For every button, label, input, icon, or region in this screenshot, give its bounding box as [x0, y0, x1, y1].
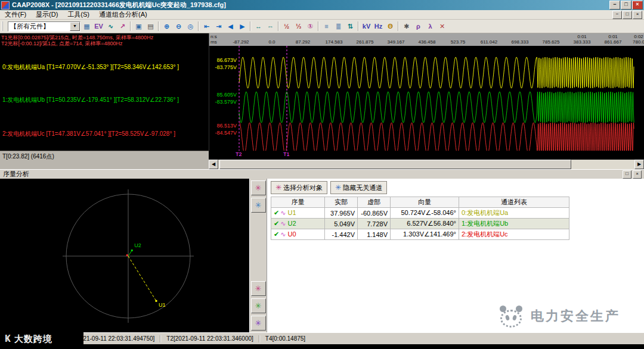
harmonic-analysis-icon[interactable]: ✳ — [251, 198, 266, 213]
sequence-cell[interactable]: ✔∿U1 — [271, 208, 325, 219]
ev-icon[interactable]: EV — [93, 21, 104, 32]
table-row[interactable]: ✔∿U137.965V-60.865V50.724V∠-58.046°0:发电机… — [271, 208, 569, 219]
sequence-table: 序量实部虚部向量通道列表 ✔∿U137.965V-60.865V50.724V∠… — [271, 197, 569, 240]
half-scale-icon[interactable]: ½ — [281, 21, 292, 32]
print-icon[interactable]: ▤ — [145, 21, 156, 32]
channel-label-ua[interactable]: 0:发电机机端Ua [T1=47.070V∠-51.353° ][T2=58.3… — [2, 63, 179, 71]
maximize-button[interactable]: □ — [621, 1, 631, 10]
dropdown-arrow-icon[interactable]: ▼ — [70, 22, 80, 31]
watermark-left-logo: Ҝ — [5, 334, 11, 344]
scrollbar-track[interactable] — [218, 160, 634, 169]
cursor-label-strip: T2T1 — [209, 151, 644, 160]
scroll-right-icon[interactable]: ▶ — [634, 160, 644, 169]
list-detail-icon[interactable]: ≣ — [333, 21, 344, 32]
hide-channels-icon: ✳ — [335, 183, 341, 192]
sine-icon: ∿ — [280, 230, 286, 238]
list-icon[interactable]: ≡ — [321, 21, 332, 32]
sort-icon[interactable]: ⇅ — [345, 21, 356, 32]
check-icon[interactable]: ✔ — [274, 230, 279, 238]
clock-icon[interactable]: Θ — [385, 21, 396, 32]
y-max-label: 86.513V — [216, 123, 237, 129]
dock-close-icon[interactable]: × — [633, 170, 642, 179]
copy-icon[interactable]: ▣ — [133, 21, 144, 32]
title-bar[interactable]: CAAP2008X - [20210911220331466发电机机端Uc突变起… — [0, 0, 644, 10]
channel-info-panel[interactable]: T1光标[0:00.02875]/第215点, 时差=148.750ms, 采样… — [0, 33, 209, 151]
sequence-panel-header[interactable]: 序量分析 □ × — [0, 169, 644, 179]
third-scale-icon[interactable]: ⅓ — [293, 21, 304, 32]
analysis-tool-2-icon[interactable]: ✳ — [251, 298, 266, 313]
channel-label-ub[interactable]: 1:发电机机端Ub [T1=50.235V∠-179.451° ][T2=58.… — [2, 96, 179, 104]
sequence-cell[interactable]: ✔∿U0 — [271, 229, 325, 240]
sine-icon: ∿ — [280, 209, 286, 216]
table-row[interactable]: ✔∿U25.049V7.728V6.527V∠56.840°1:发电机机端Ub — [271, 219, 569, 229]
cursor-label-t1[interactable]: T1 — [283, 151, 290, 157]
prev-page-icon[interactable]: ◀ — [225, 21, 236, 32]
toolbar-separator — [398, 21, 399, 31]
table-header-向量: 向量 — [391, 197, 459, 208]
y-min-label: -84.547V — [215, 130, 237, 136]
rho-icon[interactable]: ρ — [413, 21, 424, 32]
expand-time-icon[interactable]: ⇔ — [265, 21, 276, 32]
compress-time-icon[interactable]: ↔ — [253, 21, 264, 32]
kv-icon[interactable]: kV — [361, 21, 372, 32]
scroll-left-icon[interactable]: ◀ — [209, 160, 218, 169]
y-min-label: -83.775V — [215, 64, 237, 70]
zoom-fit-icon[interactable]: ◎ — [185, 21, 196, 32]
status-bar: ∿波形▤配置T1[2021-09-11 22:03:31.494750]T2[2… — [0, 332, 644, 344]
waveform-canvas[interactable]: 86.673V-83.775V85.605V-83.579V86.513V-84… — [209, 46, 644, 151]
cursor-label-t2[interactable]: T2 — [236, 151, 242, 157]
dock-pin-icon[interactable]: □ — [623, 170, 631, 179]
menu-item[interactable]: 通道组合分析(A) — [94, 10, 152, 19]
waveform-trace-2 — [239, 123, 634, 151]
time-axis[interactable]: n:s ms -87.2920.087.292174.583261.875349… — [209, 33, 644, 46]
settings-icon[interactable]: ✱ — [401, 21, 412, 32]
select-analysis-object-button[interactable]: ✳选择分析对象 — [271, 181, 327, 194]
toolbar-grip[interactable] — [2, 21, 5, 31]
menu-item[interactable]: 显示(D) — [31, 10, 63, 19]
watermark-left-text: 大数跨境 — [14, 334, 52, 345]
sequence-label: U0 — [287, 230, 296, 238]
sequence-cell[interactable]: ✔∿U2 — [271, 219, 325, 229]
wave-mode-icon[interactable]: ∿ — [105, 21, 116, 32]
imag-part-cell: 7.728V — [358, 219, 391, 229]
analysis-tool-1-icon[interactable]: ✳ — [251, 281, 266, 296]
imag-part-cell: 1.148V — [358, 229, 391, 240]
vector-diagram-canvas[interactable]: U1U2 — [0, 179, 249, 332]
element-filter-dropdown[interactable]: 【所有元件】 ▼ — [8, 21, 80, 32]
jump-start-icon[interactable]: ⇤ — [201, 21, 212, 32]
vector-mode-icon[interactable]: ↗ — [117, 21, 128, 32]
real-part-cell: 37.965V — [325, 208, 358, 219]
mdi-close-button[interactable]: × — [633, 11, 642, 19]
minimize-button[interactable]: − — [609, 1, 620, 10]
close-button[interactable]: × — [632, 1, 643, 10]
channel-label-uc[interactable]: 2:发电机机端Uc [T1=47.381V∠57.041° ][T2=58.52… — [2, 130, 175, 138]
zoom-out-icon[interactable]: ⊖ — [173, 21, 184, 32]
waveform-plot[interactable]: 86.673V-83.775V85.605V-83.579V86.513V-84… — [209, 46, 644, 151]
vector-cell: 6.527V∠56.840° — [391, 219, 459, 229]
sequence-icon[interactable]: ① — [305, 21, 316, 32]
scrollbar-thumb[interactable] — [219, 160, 571, 169]
mdi-restore-button[interactable]: □ — [623, 11, 632, 19]
check-icon[interactable]: ✔ — [274, 209, 279, 216]
zoom-in-icon[interactable]: ⊕ — [161, 21, 172, 32]
mini-button-label: 隐藏无关通道 — [343, 183, 382, 192]
mdi-minimize-button[interactable]: − — [612, 11, 622, 19]
waveform-hscrollbar[interactable]: ◀ ▶ — [209, 160, 644, 169]
table-row[interactable]: ✔∿U0-1.442V1.148V1.303V∠141.469°2:发电机机端U… — [271, 229, 569, 240]
check-icon[interactable]: ✔ — [274, 220, 279, 227]
menu-item[interactable]: 文件(F) — [0, 10, 31, 19]
vector-u1[interactable] — [128, 256, 156, 301]
analysis-tool-3-icon[interactable]: ✳ — [251, 316, 266, 331]
jump-end-icon[interactable]: ⇥ — [213, 21, 224, 32]
channel-config-icon[interactable]: ▦ — [81, 21, 92, 32]
channel-cell: 0:发电机机端Ua — [459, 208, 569, 219]
hide-unrelated-channels-button[interactable]: ✳隐藏无关通道 — [330, 181, 387, 194]
hz-icon[interactable]: Hz — [373, 21, 384, 32]
vector-diagram-icon[interactable]: ✳ — [251, 180, 266, 195]
next-page-icon[interactable]: ▶ — [237, 21, 248, 32]
lambda-icon[interactable]: λ — [425, 21, 436, 32]
menu-item[interactable]: 工具(S) — [63, 10, 94, 19]
toolbar-separator — [278, 21, 279, 31]
vector-diagram-panel[interactable]: U1U2 — [0, 179, 249, 332]
close-file-icon[interactable]: ✕ — [436, 21, 448, 32]
